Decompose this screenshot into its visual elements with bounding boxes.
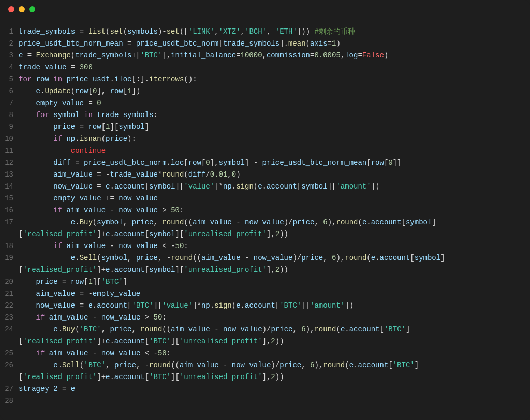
line-number: 4 (0, 62, 19, 74)
code-line[interactable]: 5for row in price_usdt.iloc[:].iterrows(… (0, 74, 530, 85)
code-line[interactable]: 22 now_value = e.account['BTC']['value']… (0, 300, 530, 312)
code-line[interactable]: 4trade_value = 300 (0, 62, 530, 74)
code-line[interactable]: 2price_usdt_btc_norm_mean = price_usdt_b… (0, 38, 530, 50)
line-number: 8 (0, 109, 19, 121)
code-line[interactable]: ['realised_profit']+e.account['BTC']['un… (0, 336, 530, 347)
code-line[interactable]: 7 empty_value = 0 (0, 97, 530, 109)
code-line[interactable]: 1trade_symbols = list(set(symbols)-set([… (0, 26, 530, 38)
code-content[interactable]: aim_value = -trade_value*round(diff/0.01… (19, 169, 530, 181)
zoom-icon[interactable] (29, 6, 35, 12)
code-line[interactable]: 19 e.Sell(symbol, price, -round((aim_val… (0, 252, 530, 264)
line-number: 3 (0, 50, 19, 62)
code-content[interactable]: if aim_value - now_value > 50: (19, 312, 530, 324)
code-content[interactable]: diff = price_usdt_btc_norm.loc[row[0],sy… (19, 157, 530, 169)
code-content[interactable]: e.Sell('BTC', price, -round((aim_value -… (19, 359, 530, 371)
line-number: 20 (0, 276, 19, 288)
code-line[interactable]: 13 aim_value = -trade_value*round(diff/0… (0, 169, 530, 181)
line-number: 12 (0, 157, 19, 169)
code-content[interactable]: trade_value = 300 (19, 62, 530, 74)
line-number: 14 (0, 181, 19, 193)
code-line[interactable]: 3e = Exchange(trade_symbols+['BTC'],init… (0, 50, 530, 62)
line-number (0, 336, 19, 347)
line-number: 15 (0, 193, 19, 205)
code-content[interactable]: ['realised_profit']+e.account[symbol]['u… (19, 228, 530, 240)
code-content[interactable]: continue (19, 145, 530, 157)
window-titlebar (0, 0, 530, 19)
line-number: 9 (0, 121, 19, 133)
line-number: 5 (0, 74, 19, 85)
code-line[interactable]: 11 continue (0, 145, 530, 157)
code-line[interactable]: 20 price = row[1]['BTC'] (0, 276, 530, 288)
code-line[interactable]: 10 if np.isnan(price): (0, 133, 530, 145)
code-content[interactable]: if aim_value - now_value < -50: (19, 240, 530, 252)
code-content[interactable]: e = Exchange(trade_symbols+['BTC'],initi… (19, 50, 530, 62)
line-number: 11 (0, 145, 19, 157)
code-line[interactable]: 26 e.Sell('BTC', price, -round((aim_valu… (0, 359, 530, 371)
code-line[interactable]: ['realised_profit']+e.account['BTC']['un… (0, 371, 530, 383)
line-number: 25 (0, 347, 19, 359)
code-content[interactable]: e.Update(row[0], row[1]) (19, 85, 530, 97)
code-line[interactable]: 17 e.Buy(symbol, price, round((aim_value… (0, 216, 530, 228)
code-content[interactable]: stragey_2 = e (19, 383, 530, 395)
line-number: 1 (0, 26, 19, 38)
code-line[interactable]: 28 (0, 395, 530, 407)
code-line[interactable]: ['realised_profit']+e.account[symbol]['u… (0, 264, 530, 276)
line-number: 16 (0, 205, 19, 216)
code-editor[interactable]: 1trade_symbols = list(set(symbols)-set([… (0, 19, 530, 407)
code-content[interactable]: if aim_value - now_value > 50: (19, 205, 530, 216)
code-line[interactable]: 8 for symbol in trade_symbols: (0, 109, 530, 121)
code-content[interactable]: ['realised_profit']+e.account['BTC']['un… (19, 336, 530, 347)
line-number: 18 (0, 240, 19, 252)
close-icon[interactable] (8, 6, 14, 12)
line-number: 23 (0, 312, 19, 324)
code-content[interactable]: now_value = e.account['BTC']['value']*np… (19, 300, 530, 312)
code-content[interactable]: empty_value += now_value (19, 193, 530, 205)
line-number: 17 (0, 216, 19, 228)
code-line[interactable]: 24 e.Buy('BTC', price, round((aim_value … (0, 324, 530, 336)
code-content[interactable] (19, 395, 530, 407)
line-number: 24 (0, 324, 19, 336)
line-number: 21 (0, 288, 19, 300)
editor-window: 1trade_symbols = list(set(symbols)-set([… (0, 0, 530, 420)
code-content[interactable]: e.Buy('BTC', price, round((aim_value - n… (19, 324, 530, 336)
code-line[interactable]: 16 if aim_value - now_value > 50: (0, 205, 530, 216)
code-line[interactable]: 27stragey_2 = e (0, 383, 530, 395)
code-content[interactable]: e.Buy(symbol, price, round((aim_value - … (19, 216, 530, 228)
code-line[interactable]: 21 aim_value = -empty_value (0, 288, 530, 300)
code-line[interactable]: 9 price = row[1][symbol] (0, 121, 530, 133)
code-line[interactable]: 18 if aim_value - now_value < -50: (0, 240, 530, 252)
code-content[interactable]: price_usdt_btc_norm_mean = price_usdt_bt… (19, 38, 530, 50)
code-content[interactable]: e.Sell(symbol, price, -round((aim_value … (19, 252, 530, 264)
line-number: 10 (0, 133, 19, 145)
line-number: 2 (0, 38, 19, 50)
code-content[interactable]: price = row[1][symbol] (19, 121, 530, 133)
code-line[interactable]: 25 if aim_value - now_value < -50: (0, 347, 530, 359)
line-number (0, 228, 19, 240)
code-line[interactable]: ['realised_profit']+e.account[symbol]['u… (0, 228, 530, 240)
code-line[interactable]: 12 diff = price_usdt_btc_norm.loc[row[0]… (0, 157, 530, 169)
minimize-icon[interactable] (19, 6, 25, 12)
code-content[interactable]: for symbol in trade_symbols: (19, 109, 530, 121)
code-line[interactable]: 23 if aim_value - now_value > 50: (0, 312, 530, 324)
line-number (0, 264, 19, 276)
line-number: 22 (0, 300, 19, 312)
code-content[interactable]: if aim_value - now_value < -50: (19, 347, 530, 359)
code-content[interactable]: empty_value = 0 (19, 97, 530, 109)
code-content[interactable]: ['realised_profit']+e.account[symbol]['u… (19, 264, 530, 276)
code-content[interactable]: ['realised_profit']+e.account['BTC']['un… (19, 371, 530, 383)
line-number: 13 (0, 169, 19, 181)
line-number: 28 (0, 395, 19, 407)
code-line[interactable]: 6 e.Update(row[0], row[1]) (0, 85, 530, 97)
line-number (0, 371, 19, 383)
code-line[interactable]: 14 now_value = e.account[symbol]['value'… (0, 181, 530, 193)
code-content[interactable]: for row in price_usdt.iloc[:].iterrows()… (19, 74, 530, 85)
line-number: 19 (0, 252, 19, 264)
code-content[interactable]: trade_symbols = list(set(symbols)-set(['… (19, 26, 530, 38)
code-content[interactable]: if np.isnan(price): (19, 133, 530, 145)
code-content[interactable]: price = row[1]['BTC'] (19, 276, 530, 288)
line-number: 26 (0, 359, 19, 371)
code-line[interactable]: 15 empty_value += now_value (0, 193, 530, 205)
code-content[interactable]: aim_value = -empty_value (19, 288, 530, 300)
code-content[interactable]: now_value = e.account[symbol]['value']*n… (19, 181, 530, 193)
line-number: 27 (0, 383, 19, 395)
